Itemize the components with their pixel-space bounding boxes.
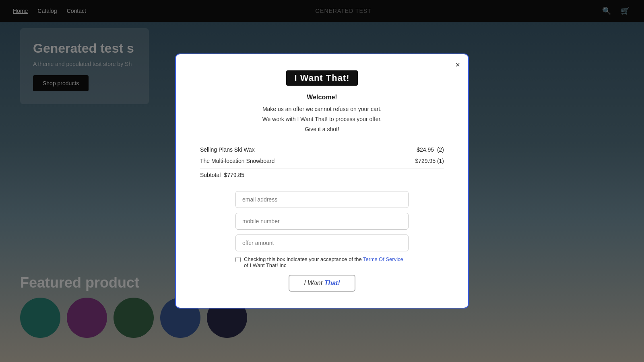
item-2-price-qty: $729.95 (1) <box>415 158 444 164</box>
submit-button[interactable]: I Want That! <box>289 275 355 292</box>
item-1-price-qty: $24.95 (2) <box>417 146 444 153</box>
email-input[interactable] <box>235 191 409 208</box>
subtotal-value: $779.85 <box>224 172 244 178</box>
tos-link[interactable]: Terms Of Service <box>363 256 403 262</box>
modal-item-row-1: Selling Plans Ski Wax $24.95 (2) <box>200 144 444 155</box>
modal-description: Make us an offer we cannot refuse on you… <box>262 104 382 135</box>
submit-label-normal: I Want <box>304 280 324 286</box>
modal-desc-line3: Give it a shot! <box>305 126 339 132</box>
modal-logo: I Want That! <box>286 70 357 86</box>
modal: × I Want That! Welcome! Make us an offer… <box>175 53 469 309</box>
offer-amount-input[interactable] <box>235 234 409 251</box>
item-1-name: Selling Plans Ski Wax <box>200 146 255 153</box>
mobile-input[interactable] <box>235 213 409 230</box>
modal-desc-line2: We work with I Want That! to process you… <box>262 116 382 122</box>
submit-label-bold: That! <box>324 280 340 286</box>
modal-overlay: × I Want That! Welcome! Make us an offer… <box>0 0 644 362</box>
modal-checkbox-row: Checking this box indicates your accepta… <box>235 256 409 268</box>
modal-close-button[interactable]: × <box>455 61 460 69</box>
item-2-name: The Multi-location Snowboard <box>200 158 275 164</box>
modal-form: Checking this box indicates your accepta… <box>200 191 444 292</box>
modal-item-row-2: The Multi-location Snowboard $729.95 (1) <box>200 155 444 167</box>
subtotal-label: Subtotal <box>200 172 221 178</box>
modal-items: Selling Plans Ski Wax $24.95 (2) The Mul… <box>200 144 444 181</box>
modal-subtotal-row: Subtotal $779.85 <box>200 168 444 181</box>
modal-desc-line1: Make us an offer we cannot refuse on you… <box>262 106 382 112</box>
tos-checkbox[interactable] <box>235 257 241 262</box>
modal-welcome: Welcome! <box>307 94 337 101</box>
checkbox-text: Checking this box indicates your accepta… <box>244 256 409 268</box>
